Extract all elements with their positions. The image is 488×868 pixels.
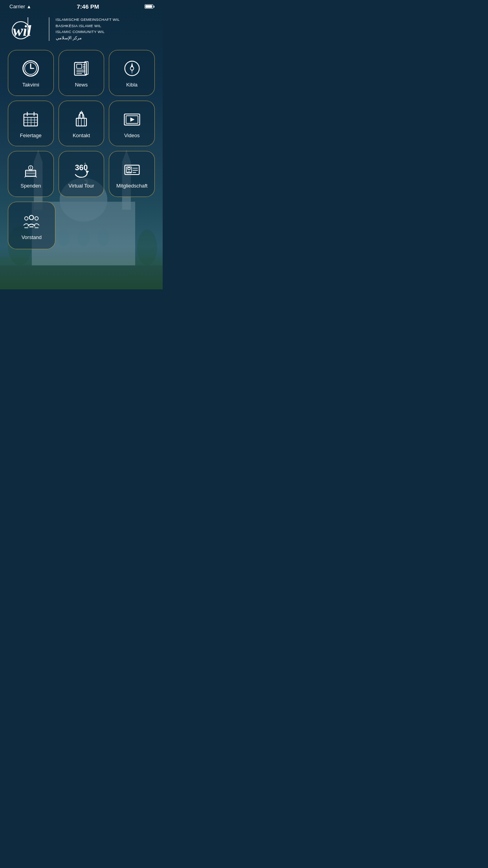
svg-point-65 [29, 215, 34, 220]
videos-label: Videos [124, 132, 140, 138]
mitgliedschaft-label: Mitgliedschaft [116, 183, 147, 189]
feiertage-icon [20, 109, 41, 129]
org-name-albanian: BASHKËSIA ISLAME WIL [56, 23, 120, 29]
feiertage-button[interactable]: Feiertage [8, 101, 54, 147]
org-names: ISLAMISCHE GEMEINSCHAFT WIL BASHKËSIA IS… [56, 17, 120, 41]
takvimi-label: Takvimi [22, 82, 39, 88]
virtual-tour-icon: 360 ° [71, 159, 92, 180]
time-display: 7:46 PM [77, 3, 99, 10]
carrier-info: Carrier ▲ [9, 4, 31, 9]
header-divider [49, 17, 50, 41]
videos-icon [122, 109, 142, 129]
mitgliedschaft-button[interactable]: Mitgliedschaft [109, 151, 155, 197]
vorstand-icon [21, 211, 42, 231]
virtual-tour-label: Virtual Tour [68, 183, 94, 189]
svg-point-60 [128, 167, 130, 170]
feiertage-label: Feiertage [20, 132, 42, 138]
wifi-icon: ▲ [27, 4, 31, 9]
takvimi-button[interactable]: Takvimi [8, 50, 54, 96]
battery-icon [145, 4, 153, 9]
mitgliedschaft-icon [122, 159, 142, 180]
kibla-icon [122, 58, 142, 79]
svg-point-64 [25, 217, 28, 220]
status-bar: Carrier ▲ 7:46 PM [6, 0, 156, 11]
news-icon [71, 58, 92, 79]
spenden-icon [20, 159, 41, 180]
svg-marker-57 [86, 170, 89, 174]
app-header: wil ISLAMISCHE GEMEINSCHAFT WIL BASHKËSI… [6, 11, 156, 50]
battery-info [145, 4, 153, 9]
spenden-button[interactable]: Spenden [8, 151, 54, 197]
kontakt-label: Kontakt [73, 132, 90, 138]
kontakt-button[interactable]: Kontakt [59, 101, 105, 147]
virtual-tour-button[interactable]: 360 ° Virtual Tour [59, 151, 105, 197]
kibla-label: Kibla [126, 82, 138, 88]
takvimi-icon [20, 58, 41, 79]
vorstand-label: Vorstand [22, 234, 42, 240]
vorstand-button[interactable]: Vorstand [8, 202, 55, 249]
app-logo: wil [11, 15, 42, 43]
svg-rect-49 [26, 170, 36, 176]
org-name-german: ISLAMISCHE GEMEINSCHAFT WIL [56, 17, 120, 22]
svg-text:wil: wil [13, 22, 31, 39]
kontakt-icon [71, 109, 92, 129]
main-grid: Takvimi News [6, 50, 156, 197]
spenden-label: Spenden [20, 183, 41, 189]
org-name-arabic: مركز الإسلامي [56, 35, 120, 42]
news-button[interactable]: News [59, 50, 105, 96]
svg-marker-48 [130, 117, 134, 121]
videos-button[interactable]: Videos [109, 101, 155, 147]
kibla-button[interactable]: Kibla [109, 50, 155, 96]
carrier-text: Carrier [9, 4, 25, 9]
svg-point-66 [35, 217, 39, 220]
svg-text:°: ° [84, 162, 86, 167]
org-name-english: ISLAMIC COMMUNITY WIL [56, 29, 120, 35]
svg-rect-21 [77, 64, 82, 68]
news-label: News [75, 82, 88, 88]
